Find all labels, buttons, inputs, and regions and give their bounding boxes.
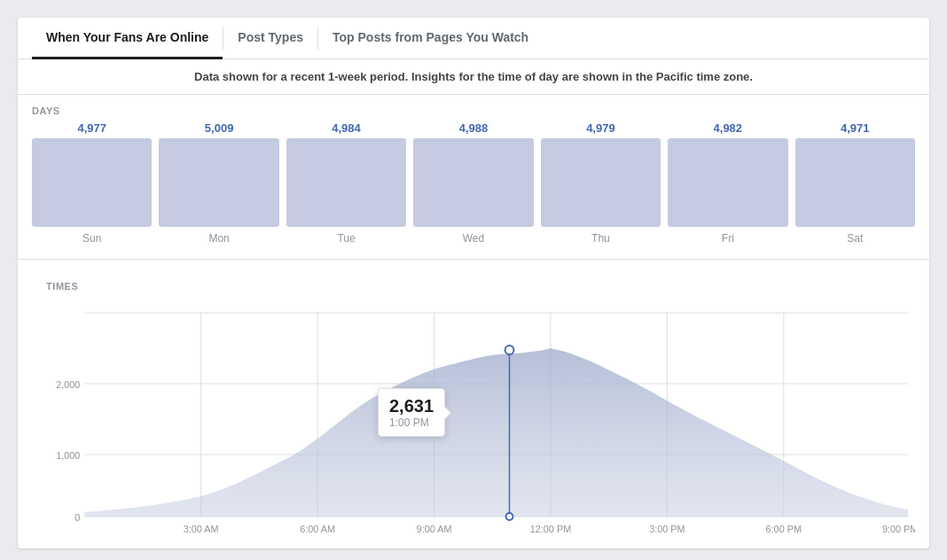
day-name: Mon bbox=[208, 232, 229, 245]
day-value: 4,971 bbox=[841, 121, 870, 135]
svg-point-15 bbox=[506, 513, 513, 520]
day-bar bbox=[795, 138, 915, 227]
tab-post-types[interactable]: Post Types bbox=[223, 18, 317, 59]
day-value: 5,009 bbox=[205, 121, 234, 135]
day-col: 4,982 Fri bbox=[668, 121, 787, 245]
svg-text:9:00 AM: 9:00 AM bbox=[417, 524, 452, 534]
day-bar bbox=[413, 138, 533, 227]
days-label: DAYS bbox=[18, 95, 929, 121]
day-col: 4,971 Sat bbox=[795, 121, 915, 245]
day-bar bbox=[286, 138, 406, 227]
day-value: 4,979 bbox=[586, 121, 615, 135]
main-card: When Your Fans Are Online Post Types Top… bbox=[18, 18, 929, 548]
day-name: Sat bbox=[847, 232, 863, 245]
svg-text:6:00 AM: 6:00 AM bbox=[300, 524, 335, 534]
svg-text:12:00 PM: 12:00 PM bbox=[530, 524, 571, 534]
day-value: 4,984 bbox=[332, 121, 361, 135]
chart-svg: 0 1,000 2,000 3:00 AM bbox=[32, 304, 915, 534]
day-col: 4,979 Thu bbox=[541, 121, 661, 245]
day-value: 4,982 bbox=[714, 121, 743, 135]
day-bar bbox=[668, 138, 787, 227]
tab-top-posts[interactable]: Top Posts from Pages You Watch bbox=[318, 18, 543, 59]
day-bar bbox=[32, 138, 152, 227]
day-bar bbox=[541, 138, 661, 227]
svg-text:3:00 AM: 3:00 AM bbox=[184, 524, 219, 534]
day-name: Fri bbox=[722, 232, 734, 245]
days-grid: 4,977 Sun 5,009 Mon 4,984 Tue 4,988 Wed … bbox=[18, 121, 929, 259]
svg-text:1,000: 1,000 bbox=[56, 450, 80, 461]
day-col: 4,988 Wed bbox=[413, 121, 533, 245]
tab-when-online[interactable]: When Your Fans Are Online bbox=[32, 18, 223, 59]
svg-text:2,000: 2,000 bbox=[56, 379, 80, 390]
times-section: TIMES 0 1,000 2,000 bbox=[18, 259, 929, 548]
svg-text:9:00 PM: 9:00 PM bbox=[882, 524, 915, 534]
info-bar: Data shown for a recent 1-week period. I… bbox=[18, 59, 929, 95]
svg-text:6:00 PM: 6:00 PM bbox=[766, 524, 802, 534]
svg-text:0: 0 bbox=[74, 512, 80, 523]
day-name: Thu bbox=[591, 232, 610, 245]
day-col: 5,009 Mon bbox=[159, 121, 278, 245]
tab-bar: When Your Fans Are Online Post Types Top… bbox=[18, 18, 929, 59]
day-value: 4,988 bbox=[459, 121, 489, 135]
times-chart: 0 1,000 2,000 3:00 AM bbox=[32, 304, 915, 534]
day-bar bbox=[159, 138, 278, 227]
day-col: 4,977 Sun bbox=[32, 121, 152, 245]
day-col: 4,984 Tue bbox=[286, 121, 406, 245]
svg-text:3:00 PM: 3:00 PM bbox=[649, 524, 685, 534]
times-label: TIMES bbox=[32, 270, 915, 297]
day-name: Sun bbox=[82, 232, 101, 245]
day-value: 4,977 bbox=[77, 121, 106, 135]
day-name: Wed bbox=[463, 232, 484, 245]
svg-point-14 bbox=[505, 346, 514, 354]
day-name: Tue bbox=[337, 232, 355, 245]
